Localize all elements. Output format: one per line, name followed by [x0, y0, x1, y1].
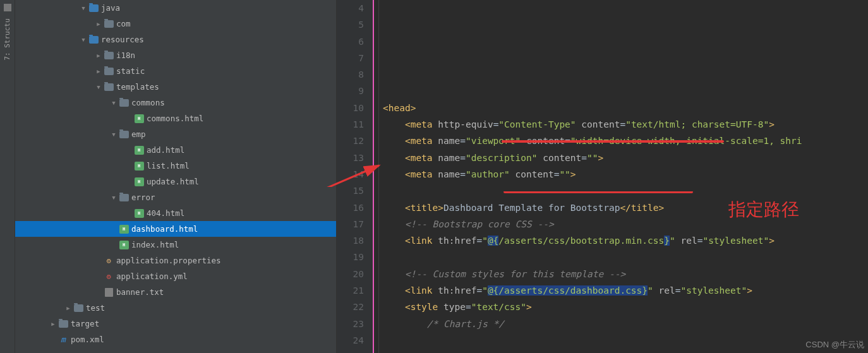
line-number[interactable]: 10 — [337, 100, 364, 116]
code-line[interactable]: /* Chart.js */ — [383, 316, 868, 332]
tree-item-update-html[interactable]: Hupdate.html — [15, 174, 336, 189]
code-area[interactable]: 指定路径 <head> <meta http-equiv="Content-Ty… — [379, 0, 868, 353]
tree-item-label: templates — [116, 82, 336, 92]
tree-item-label: application.properties — [116, 256, 336, 265]
text-file-icon — [104, 287, 114, 297]
folder-icon — [104, 19, 114, 29]
html-file-icon: H — [119, 224, 129, 234]
tree-item-label: target — [71, 319, 336, 328]
folder-icon — [119, 129, 129, 140]
expand-arrow-icon[interactable] — [110, 131, 118, 138]
line-number[interactable]: 4 — [337, 0, 364, 16]
properties-file-icon: ⚙ — [104, 256, 114, 266]
tree-item-pom-xml[interactable]: mpom.xml — [15, 332, 336, 347]
line-number[interactable]: 20 — [337, 266, 364, 282]
folder-icon — [73, 303, 83, 313]
tree-item-java[interactable]: java — [15, 0, 336, 16]
tree-item-emp[interactable]: emp — [15, 126, 336, 142]
tool-window-strip: 7: Structu — [0, 0, 15, 353]
annotation-underline-2 — [503, 191, 693, 193]
tree-item-404-html[interactable]: H404.html — [15, 205, 336, 221]
code-line[interactable]: <head> — [383, 100, 868, 116]
expand-arrow-icon[interactable] — [110, 194, 118, 201]
tree-item-dashboard-html[interactable]: Hdashboard.html — [15, 221, 336, 237]
line-number[interactable]: 22 — [337, 299, 364, 315]
tree-item-i18n[interactable]: i18n — [15, 47, 336, 63]
html-file-icon: H — [134, 161, 144, 171]
tree-item-resources[interactable]: resources — [15, 32, 336, 47]
line-number[interactable]: 13 — [337, 150, 364, 166]
tree-item-label: error — [131, 193, 336, 202]
expand-arrow-icon[interactable] — [95, 68, 102, 75]
expand-arrow-icon[interactable] — [80, 37, 87, 43]
line-number[interactable]: 24 — [337, 332, 364, 349]
tree-item-label: 404.html — [147, 208, 336, 218]
tree-item-templates[interactable]: templates — [15, 79, 336, 95]
code-line[interactable]: <style type="text/css"> — [383, 299, 868, 315]
line-number[interactable]: 19 — [337, 249, 364, 265]
code-line[interactable]: <!-- Custom styles for this template --> — [383, 266, 868, 282]
code-line[interactable]: <meta name="description" content=""> — [383, 150, 868, 166]
line-number[interactable]: 5 — [337, 16, 364, 33]
tree-item-banner-txt[interactable]: banner.txt — [15, 284, 336, 300]
tree-item-label: index.html — [131, 240, 336, 249]
tree-item-label: dashboard.html — [131, 224, 336, 234]
expand-arrow-icon[interactable] — [64, 305, 72, 311]
tree-item-index-html[interactable]: Hindex.html — [15, 237, 336, 253]
folder-icon — [104, 51, 114, 61]
folder-icon — [104, 82, 114, 92]
code-line[interactable] — [383, 332, 868, 349]
code-line[interactable]: <meta http-equiv="Content-Type" content=… — [383, 116, 868, 133]
expand-arrow-icon[interactable] — [95, 21, 102, 27]
line-number[interactable]: 14 — [337, 166, 364, 182]
tree-item-label: commons — [131, 98, 336, 107]
structure-icon[interactable] — [4, 4, 11, 11]
structure-label[interactable]: 7: Structu — [3, 18, 11, 60]
line-number[interactable]: 16 — [337, 200, 364, 216]
tree-item-commons-html[interactable]: Hcommons.html — [15, 111, 336, 126]
line-number[interactable]: 6 — [337, 33, 364, 50]
line-number[interactable]: 12 — [337, 133, 364, 149]
folder-icon — [58, 319, 68, 329]
tree-item-application-yml[interactable]: ⚙application.yml — [15, 268, 336, 284]
expand-arrow-icon[interactable] — [95, 52, 102, 59]
line-number[interactable]: 8 — [337, 66, 364, 83]
tree-item-com[interactable]: com — [15, 16, 336, 32]
line-number[interactable]: 23 — [337, 316, 364, 332]
line-number[interactable]: 7 — [337, 50, 364, 66]
tree-item-label: static — [116, 66, 336, 76]
tree-item-label: test — [86, 303, 336, 313]
tree-item-commons[interactable]: commons — [15, 95, 336, 111]
html-file-icon: H — [119, 240, 129, 250]
folder-icon — [88, 3, 99, 13]
line-number[interactable]: 18 — [337, 232, 364, 249]
html-file-icon: H — [134, 114, 144, 124]
tree-item-application-properties[interactable]: ⚙application.properties — [15, 253, 336, 268]
project-tree[interactable]: javacomresourcesi18nstatictemplatescommo… — [15, 0, 337, 353]
code-line[interactable]: @-webkit-keyframes chartjs-render-animat… — [383, 349, 868, 353]
code-line[interactable] — [383, 249, 868, 265]
line-number[interactable]: 9 — [337, 83, 364, 99]
expand-arrow-icon[interactable] — [80, 5, 87, 11]
code-line[interactable]: <meta name="author" content=""> — [383, 166, 868, 182]
expand-arrow-icon[interactable] — [95, 84, 102, 90]
tree-item-error[interactable]: error — [15, 189, 336, 205]
folder-icon — [119, 98, 129, 108]
tree-item-target[interactable]: target — [15, 316, 336, 332]
code-line[interactable]: <link th:href="@{/asserts/css/dashboard.… — [383, 282, 868, 299]
line-number[interactable]: 21 — [337, 282, 364, 299]
line-number[interactable]: 17 — [337, 216, 364, 232]
tree-item-static[interactable]: static — [15, 63, 336, 79]
line-number[interactable]: 15 — [337, 182, 364, 199]
expand-arrow-icon[interactable] — [110, 100, 118, 106]
tree-item-label: add.html — [147, 145, 336, 155]
tree-item-label: pom.xml — [71, 335, 336, 344]
expand-arrow-icon[interactable] — [49, 321, 57, 327]
tree-item-list-html[interactable]: Hlist.html — [15, 158, 336, 174]
tree-item-test[interactable]: test — [15, 300, 336, 316]
tree-item-add-html[interactable]: Hadd.html — [15, 142, 336, 158]
code-line[interactable]: <link th:href="@{/asserts/css/bootstrap.… — [383, 232, 868, 249]
line-number[interactable]: 25 — [337, 349, 364, 353]
code-editor[interactable]: 45678910111213141516171819202122232425 指… — [337, 0, 868, 353]
line-number[interactable]: 11 — [337, 116, 364, 133]
